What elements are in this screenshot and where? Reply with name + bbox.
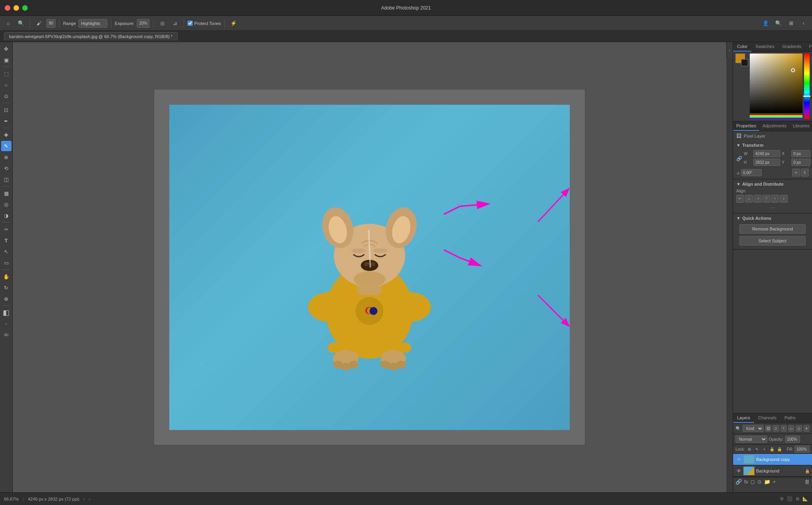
angle-button[interactable]: ⊿ [170,18,180,29]
align-left-btn[interactable]: ⊢ [736,195,744,203]
clone-tool[interactable]: ⊕ [1,152,11,162]
fill-input[interactable] [795,445,810,453]
tab-channels[interactable]: Channels [754,413,780,423]
tab-properties[interactable]: Properties [733,121,759,131]
color-swatches[interactable] [735,54,748,66]
tab-gradients[interactable]: Gradients [778,42,805,52]
align-center-v-btn[interactable]: ⊦ [771,195,779,203]
quick-actions-header[interactable]: ▼ Quick Actions [736,216,809,221]
text-tool[interactable]: T [1,235,11,246]
add-mask-btn[interactable]: ◻ [751,479,755,485]
status-nav-next[interactable]: › [89,497,90,501]
user-button[interactable]: 👤 [760,18,771,29]
blur-tool[interactable]: ◎ [1,199,11,209]
filter-shape-icon[interactable]: ▭ [788,425,794,432]
lock-all-btn[interactable]: 🔒 [769,446,775,452]
background-swatch[interactable] [741,59,748,66]
blend-mode-select[interactable]: Normal Multiply Screen [735,436,767,443]
delete-layer-btn[interactable]: 🗑 [804,479,810,485]
layer-item-background[interactable]: 👁 Background 🔒 [733,465,812,477]
status-icon-2[interactable]: ⬛ [787,496,793,501]
document-tab[interactable]: karsten-winegeart-5PVXkqt2s9k-unsplash.j… [4,32,178,40]
height-input[interactable] [753,159,780,166]
flip-h-button[interactable]: ⇔ [792,169,800,177]
artboard-tool[interactable]: ▣ [1,55,11,65]
more-align-btn[interactable]: ··· [736,204,809,211]
gradient-tool[interactable]: ▦ [1,188,11,198]
brush-tool-icon[interactable]: 🖌 [34,18,44,29]
range-select[interactable]: Highlights Midtones Shadows [79,19,107,28]
color-gradient-picker[interactable] [750,54,802,113]
status-icon-3[interactable]: ⊞ [796,496,799,501]
move-tool[interactable]: ✥ [1,44,11,54]
align-header[interactable]: ▼ Align and Distribute [736,182,809,186]
airbrush-button[interactable]: ◎ [157,18,167,29]
filter-adjust-icon[interactable]: ⊙ [773,425,779,432]
align-right-btn[interactable]: ⊣ [754,195,762,203]
status-icon-1[interactable]: ⚙ [780,496,784,501]
panel-collapse-button[interactable]: › [726,42,733,58]
layer-vis-icon-2[interactable]: 👁 [735,468,742,474]
minimize-button[interactable] [13,5,19,11]
angle-input[interactable] [741,169,762,176]
filter-pixel-icon[interactable]: 🖼 [765,425,771,432]
link-layers-btn[interactable]: 🔗 [735,479,742,485]
width-input[interactable] [753,150,780,157]
brush-size-field[interactable]: 90 [46,19,56,28]
status-nav-prev[interactable]: ‹ [83,497,85,501]
close-button[interactable] [5,5,10,11]
brush-tool[interactable]: ✎ [1,141,11,151]
tab-libraries[interactable]: Libraries [790,121,812,131]
pen-tool[interactable]: ✑ [1,224,11,234]
align-top-btn[interactable]: ⊤ [762,195,770,203]
canvas-image[interactable]: C [169,105,570,430]
healing-tool[interactable]: ✚ [1,130,11,140]
history-brush-tool[interactable]: ⟲ [1,163,11,173]
tab-layers[interactable]: Layers [733,413,754,423]
lock-artboard2-btn[interactable]: 🔒 [776,446,783,452]
lock-position-btn[interactable]: ✎ [754,446,760,452]
crop-tool[interactable]: ⊡ [1,105,11,115]
window-button[interactable]: ⊞ [786,18,796,29]
hue-slider[interactable] [750,115,802,119]
remove-background-button[interactable]: Remove Background [739,224,806,234]
eraser-tool[interactable]: ◫ [1,174,11,184]
filter-toggle[interactable]: ● [804,425,810,432]
opacity-input[interactable] [785,436,800,443]
adjustment-layer-btn[interactable]: ⊙ [757,479,762,485]
flip-v-button[interactable]: ⇕ [801,169,809,177]
search-layers-icon[interactable]: 🔍 [735,426,741,431]
exposure-field[interactable]: 20% [137,19,149,28]
adjustment-brush-button[interactable]: ⚡ [228,18,239,29]
dodge-tool[interactable]: ◑ [1,210,11,221]
group-layers-btn[interactable]: 📁 [764,479,770,485]
transform-header[interactable]: ▼ Transform [736,143,809,148]
layer-item-background-copy[interactable]: 👁 Background copy [733,454,812,465]
hue-strip[interactable] [804,54,810,119]
layer-kind-select[interactable]: Kind [743,425,764,432]
search-right-button[interactable]: 🔍 [773,18,783,29]
switch-colors-btn[interactable]: ↔ [1,319,11,329]
path-select-tool[interactable]: ↖ [1,246,11,257]
rotate-view-tool[interactable]: ↻ [1,282,11,293]
home-button[interactable]: ⌂ [3,18,13,29]
select-subject-button[interactable]: Select Subject [739,236,806,246]
3d-tools[interactable]: 3D [1,330,11,340]
tab-color[interactable]: Color [733,42,751,52]
align-bottom-btn[interactable]: ⊧ [780,195,788,203]
tab-patterns[interactable]: Patterns [805,42,812,52]
canvas-area[interactable]: C [13,42,726,492]
status-icon-4[interactable]: 📐 [802,496,808,501]
y-input[interactable] [791,159,810,166]
align-center-h-btn[interactable]: ⊥ [745,195,753,203]
tab-adjustments[interactable]: Adjustments [759,121,790,131]
filter-smart-icon[interactable]: ◎ [796,425,802,432]
transform-link[interactable]: 🔗 [736,151,742,167]
tab-paths[interactable]: Paths [781,413,800,423]
add-style-btn[interactable]: fx [744,479,748,485]
new-layer-btn[interactable]: + [773,479,776,485]
search-button[interactable]: 🔍 [16,18,26,29]
shape-tool[interactable]: ▭ [1,257,11,268]
hand-tool[interactable]: ✋ [1,271,11,282]
maximize-button[interactable] [22,5,28,11]
